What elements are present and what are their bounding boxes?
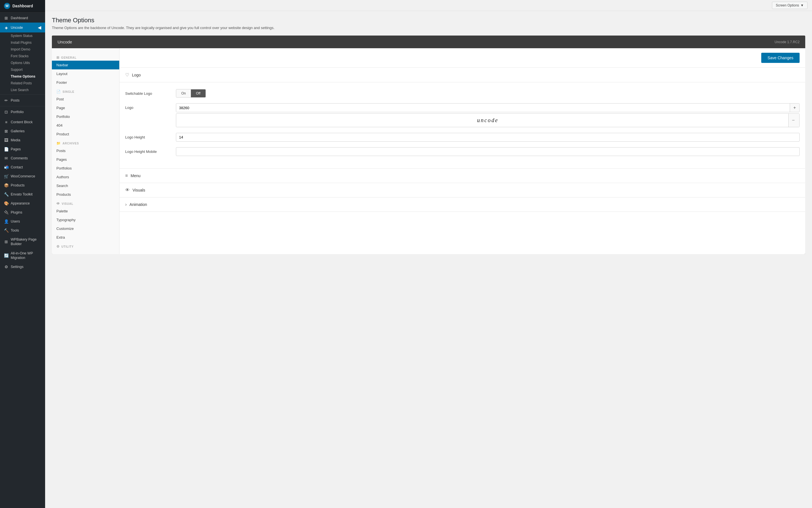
sidebar-sub-support[interactable]: Support	[0, 66, 45, 73]
sidebar-sub-font-stacks[interactable]: Font Stacks	[0, 53, 45, 59]
sidebar-logo[interactable]: W Dashboard	[0, 0, 45, 12]
nav-section-single-label: 📄 SINGLE	[52, 87, 119, 95]
sidebar-item-label-settings: Settings	[11, 265, 24, 269]
visual-nav-icon: 👁	[56, 202, 60, 206]
nav-item-layout[interactable]: Layout	[52, 70, 119, 78]
logo-remove-button[interactable]: −	[788, 114, 799, 127]
switchable-logo-row: Switchable Logo On Off	[125, 89, 800, 97]
nav-item-palette[interactable]: Palette	[52, 207, 119, 215]
nav-item-navbar[interactable]: Navbar	[52, 60, 119, 70]
nav-item-pages[interactable]: Pages	[52, 155, 119, 164]
sidebar-item-portfolio[interactable]: ⊡ Portfolio	[0, 108, 45, 117]
sidebar-sub-system-status[interactable]: System Status	[0, 33, 45, 39]
sidebar-item-posts[interactable]: ✏ Posts	[0, 96, 45, 105]
sidebar-item-pages[interactable]: 📄 Pages	[0, 145, 45, 154]
nav-section-utility-label: ⚙ UTILITY	[52, 242, 119, 250]
appearance-icon: 🎨	[4, 201, 8, 206]
sidebar-sub-install-plugins[interactable]: Install Plugins	[0, 39, 45, 46]
options-body: ⊞ GENERAL Navbar Layout Footer 📄 SINGLE …	[52, 48, 805, 254]
nav-item-page[interactable]: Page	[52, 103, 119, 112]
logo-input[interactable]	[176, 104, 790, 112]
menu-section: ≡ Menu	[120, 169, 805, 183]
sidebar-item-woocommerce[interactable]: 🛒 WooCommerce	[0, 172, 45, 181]
sidebar-sub-import-demo[interactable]: Import Demo	[0, 46, 45, 53]
logo-row: Logo + uncode −	[125, 103, 800, 127]
sidebar-sub-theme-options[interactable]: Theme Options	[0, 73, 45, 80]
archives-nav-icon: 📁	[56, 141, 61, 145]
nav-item-footer[interactable]: Footer	[52, 78, 119, 87]
logo-section-header[interactable]: ♡ Logo	[120, 68, 805, 82]
sidebar-item-allinone[interactable]: 🔄 All-in-One WP Migration	[0, 249, 45, 263]
sidebar-item-tools[interactable]: 🔨 Tools	[0, 226, 45, 235]
logo-preview: uncode −	[176, 113, 800, 127]
logo-add-button[interactable]: +	[790, 103, 799, 112]
save-area: Save Changes	[120, 48, 805, 68]
logo-field-label: Logo	[125, 103, 176, 110]
sidebar-item-settings[interactable]: ⚙ Settings	[0, 262, 45, 271]
logo-height-control	[176, 133, 800, 141]
content-block-icon: ≡	[4, 120, 8, 124]
sidebar-item-label-products: Products	[11, 183, 25, 187]
sidebar-item-envato-toolkit[interactable]: 🔧 Envato Toolkit	[0, 190, 45, 199]
sidebar-item-label-contact: Contact	[11, 165, 23, 169]
sidebar-item-label-content-block: Content Block	[11, 120, 33, 124]
nav-item-post[interactable]: Post	[52, 95, 119, 103]
logo-fields-area: Switchable Logo On Off Log	[120, 82, 805, 168]
plugins-icon: 🔌	[4, 210, 8, 215]
sidebar-item-comments[interactable]: ✉ Comments	[0, 154, 45, 163]
logo-preview-text: uncode	[477, 117, 498, 124]
sidebar-item-appearance[interactable]: 🎨 Appearance	[0, 199, 45, 208]
sidebar-item-contact[interactable]: 📬 Contact	[0, 163, 45, 172]
sidebar-item-users[interactable]: 👤 Users	[0, 217, 45, 226]
sidebar-item-products[interactable]: 📦 Products	[0, 181, 45, 190]
options-nav: ⊞ GENERAL Navbar Layout Footer 📄 SINGLE …	[52, 48, 120, 254]
nav-item-product[interactable]: Product	[52, 130, 119, 138]
sidebar-sub-options-utils[interactable]: Options Utils	[0, 59, 45, 66]
nav-item-customize[interactable]: Customize	[52, 224, 119, 233]
sidebar-sub-related-posts[interactable]: Related Posts	[0, 80, 45, 87]
visuals-section-header[interactable]: 👁 Visuals	[120, 183, 805, 197]
sidebar-sub-live-search[interactable]: Live Search	[0, 87, 45, 93]
screen-options-chevron: ▼	[801, 3, 804, 7]
pages-icon: 📄	[4, 147, 8, 152]
nav-item-typography[interactable]: Typography	[52, 215, 119, 224]
animation-section-title: Animation	[129, 202, 147, 207]
sidebar-item-galleries[interactable]: ⊠ Galleries	[0, 127, 45, 136]
sidebar-item-dashboard[interactable]: ⊞ Dashboard	[0, 13, 45, 23]
nav-section-visual-label: 👁 VISUAL	[52, 199, 119, 207]
sidebar-item-label-media: Media	[11, 138, 20, 142]
logo-height-mobile-control	[176, 147, 800, 156]
sidebar-item-label-dashboard: Dashboard	[11, 16, 28, 20]
nav-item-search[interactable]: Search	[52, 181, 119, 190]
logo-height-input[interactable]	[176, 133, 800, 141]
topbar: Screen Options ▼	[45, 0, 812, 11]
nav-item-portfolio[interactable]: Portfolio	[52, 112, 119, 121]
options-panel-version: Uncode 1.7.RC2	[774, 40, 800, 44]
screen-options-button[interactable]: Screen Options ▼	[772, 2, 808, 9]
nav-item-authors[interactable]: Authors	[52, 173, 119, 181]
switchable-logo-off-btn[interactable]: Off	[191, 89, 206, 97]
save-changes-button[interactable]: Save Changes	[761, 53, 800, 63]
nav-section-archives-label: 📁 ARCHIVES	[52, 138, 119, 146]
nav-item-404[interactable]: 404	[52, 121, 119, 130]
sidebar-item-wpbakery[interactable]: ⊞ WPBakery Page Builder	[0, 235, 45, 249]
animation-section-header[interactable]: › Animation	[120, 198, 805, 212]
comments-icon: ✉	[4, 156, 8, 161]
nav-item-extra[interactable]: Extra	[52, 233, 119, 242]
sidebar-item-label-plugins: Plugins	[11, 210, 22, 214]
visuals-section-title: Visuals	[133, 188, 145, 193]
content-area: Theme Options Theme Options are the back…	[45, 11, 812, 508]
sidebar-item-content-block[interactable]: ≡ Content Block	[0, 118, 45, 127]
switchable-logo-on-btn[interactable]: On	[176, 89, 191, 97]
nav-item-portfolios[interactable]: Portfolios	[52, 164, 119, 173]
nav-item-posts[interactable]: Posts	[52, 146, 119, 155]
switchable-logo-control: On Off	[176, 89, 800, 97]
logo-height-row: Logo Height	[125, 133, 800, 141]
logo-section-title: Logo	[132, 73, 141, 77]
sidebar-item-uncode[interactable]: ◈ Uncode ◀	[0, 23, 45, 33]
sidebar-item-plugins[interactable]: 🔌 Plugins	[0, 208, 45, 217]
logo-height-mobile-input[interactable]	[176, 147, 800, 156]
nav-item-products-archive[interactable]: Products	[52, 190, 119, 199]
menu-section-header[interactable]: ≡ Menu	[120, 169, 805, 183]
sidebar-item-media[interactable]: 🖼 Media	[0, 136, 45, 145]
